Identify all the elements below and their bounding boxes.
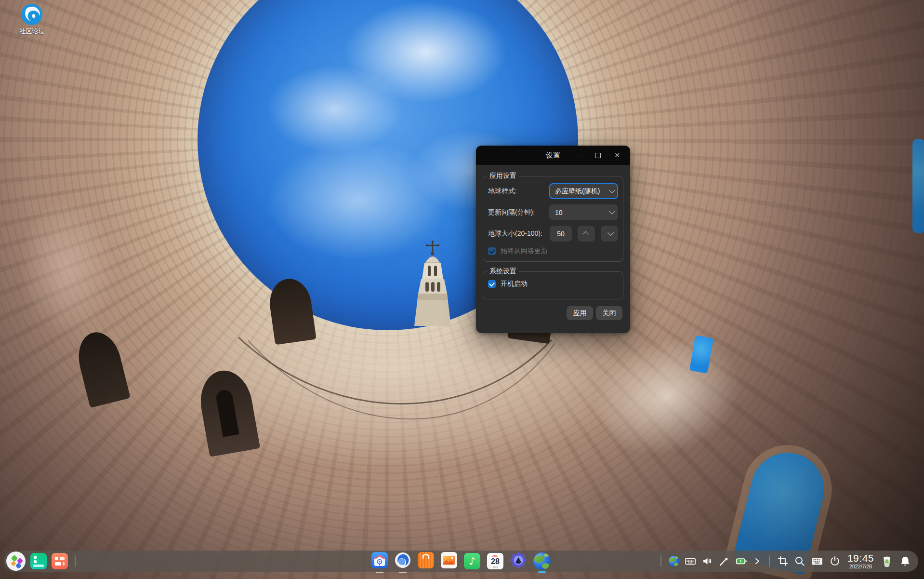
dock-app-music[interactable]: ♪ bbox=[464, 553, 480, 569]
desktop-shortcut-community-forum[interactable]: 社区论坛 bbox=[14, 3, 49, 36]
dock-app-file-manager[interactable] bbox=[371, 552, 388, 570]
notification-bell-icon[interactable] bbox=[899, 555, 911, 567]
clock-time: 19:45 bbox=[847, 553, 874, 564]
dock-app-earth-wallpaper[interactable] bbox=[533, 552, 551, 570]
control-center-icon bbox=[510, 552, 527, 568]
show-desktop-icon[interactable] bbox=[52, 553, 68, 569]
earth-size-decrease-button[interactable] bbox=[601, 226, 618, 242]
color-picker-icon[interactable] bbox=[718, 555, 730, 567]
screenshot-icon[interactable] bbox=[777, 555, 789, 567]
app-store-icon bbox=[418, 552, 434, 568]
launcher-icon[interactable] bbox=[6, 552, 26, 571]
system-settings-group: 系统设置 开机启动 bbox=[483, 271, 623, 299]
dock-app-app-store[interactable] bbox=[418, 552, 434, 570]
image-viewer-icon bbox=[441, 552, 457, 568]
earth-size-input[interactable]: 50 bbox=[550, 226, 572, 242]
chevron-down-icon bbox=[607, 229, 614, 236]
settings-dialog: 设置 — ✕ 应用设置 地球样式: 必应壁纸(随机) 更新间隔(分钟): 10 bbox=[476, 146, 630, 333]
network-update-label: 始终从网络更新 bbox=[501, 247, 548, 256]
earth-style-select[interactable]: 必应壁纸(随机) bbox=[549, 183, 618, 199]
clock-date: 2022/7/28 bbox=[847, 564, 874, 569]
dock-separator bbox=[660, 555, 661, 567]
music-icon: ♪ bbox=[464, 553, 480, 569]
calendar-icon: JUL 28 THU bbox=[487, 553, 503, 569]
dock-app-browser[interactable] bbox=[395, 552, 411, 570]
running-indicator bbox=[376, 572, 383, 573]
apply-button[interactable]: 应用 bbox=[567, 306, 593, 320]
calendar-weekday: THU bbox=[493, 566, 498, 569]
file-manager-icon bbox=[371, 552, 388, 568]
clock[interactable]: 19:45 2022/7/28 bbox=[847, 553, 874, 569]
active-indicator bbox=[538, 571, 546, 573]
keyboard-layout-icon[interactable] bbox=[685, 555, 696, 567]
earth-style-label: 地球样式: bbox=[488, 187, 549, 196]
system-settings-group-title: 系统设置 bbox=[487, 267, 519, 276]
earth-wallpaper-app-icon bbox=[533, 552, 551, 570]
earth-style-value: 必应壁纸(随机) bbox=[555, 187, 609, 196]
dock-separator bbox=[769, 555, 770, 567]
launcher-diamond-blue bbox=[15, 563, 22, 569]
network-update-checkbox[interactable] bbox=[488, 247, 496, 255]
maximize-button[interactable] bbox=[594, 151, 602, 160]
dock-app-image-viewer[interactable] bbox=[441, 552, 457, 570]
dock-app-calendar[interactable]: JUL 28 THU bbox=[487, 553, 503, 569]
earth-size-increase-button[interactable] bbox=[578, 226, 595, 242]
dock: ♪ JUL 28 THU bbox=[4, 551, 918, 572]
chevron-up-icon bbox=[582, 231, 589, 238]
update-interval-value: 10 bbox=[555, 209, 609, 216]
dock-separator bbox=[75, 555, 76, 567]
desktop-wallpaper bbox=[0, 0, 924, 579]
earth-tray-icon[interactable] bbox=[669, 556, 679, 566]
trash-icon[interactable] bbox=[880, 554, 894, 568]
dialog-titlebar[interactable]: 设置 — ✕ bbox=[476, 146, 630, 165]
community-forum-logo-icon bbox=[20, 3, 43, 26]
multitasking-view-icon[interactable] bbox=[30, 553, 47, 569]
dock-app-control-center[interactable] bbox=[510, 552, 527, 570]
search-icon[interactable] bbox=[794, 555, 805, 567]
maximize-icon bbox=[595, 153, 601, 158]
update-interval-label: 更新间隔(分钟): bbox=[488, 208, 549, 217]
chevron-down-icon bbox=[609, 187, 615, 193]
running-indicator bbox=[399, 572, 407, 573]
update-interval-select[interactable]: 10 bbox=[549, 204, 618, 220]
app-settings-group: 应用设置 地球样式: 必应壁纸(随机) 更新间隔(分钟): 10 地球大小(20… bbox=[483, 176, 623, 262]
minimize-button[interactable]: — bbox=[574, 151, 583, 160]
autostart-label: 开机启动 bbox=[501, 280, 528, 288]
minimize-icon: — bbox=[575, 151, 582, 159]
close-icon: ✕ bbox=[614, 151, 620, 159]
earth-size-label: 地球大小(20-100): bbox=[488, 229, 550, 238]
onscreen-keyboard-icon[interactable] bbox=[811, 555, 823, 567]
browser-icon bbox=[395, 552, 411, 568]
shortcut-label: 社区论坛 bbox=[19, 27, 44, 36]
chevron-down-icon bbox=[609, 208, 615, 215]
close-button[interactable]: ✕ bbox=[613, 151, 621, 160]
expand-chevron-icon[interactable] bbox=[753, 556, 762, 566]
autostart-checkbox[interactable] bbox=[488, 280, 496, 288]
volume-icon[interactable] bbox=[701, 555, 713, 567]
power-icon[interactable] bbox=[829, 555, 841, 567]
wallpaper-hanging-wires bbox=[0, 0, 924, 579]
app-settings-group-title: 应用设置 bbox=[487, 172, 519, 180]
calendar-day: 28 bbox=[491, 558, 500, 566]
battery-charging-icon[interactable] bbox=[735, 555, 748, 567]
close-dialog-button[interactable]: 关闭 bbox=[596, 306, 622, 320]
